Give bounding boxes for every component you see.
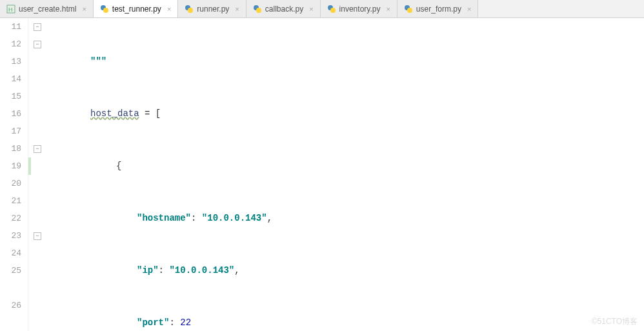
watermark: ©51CTO博客 — [592, 316, 638, 327]
html-file-icon: H — [6, 5, 15, 14]
line-number: 17 — [0, 123, 21, 140]
python-file-icon — [253, 5, 262, 14]
tab-runner-py[interactable]: runner.py × — [178, 0, 246, 17]
fold-collapse-icon[interactable]: − — [34, 232, 41, 240]
tab-label: user_form.py — [416, 5, 461, 14]
tab-label: user_create.html — [19, 5, 76, 14]
code-text: "ip" — [137, 265, 159, 276]
tab-callback-py[interactable]: callback.py × — [247, 0, 321, 17]
line-number: 11 — [0, 18, 21, 35]
tab-inventory-py[interactable]: inventory.py × — [321, 0, 397, 17]
python-file-icon — [327, 5, 336, 14]
close-icon[interactable]: × — [82, 5, 86, 13]
svg-point-7 — [256, 8, 261, 13]
tab-label: callback.py — [265, 5, 303, 14]
close-icon[interactable]: × — [167, 5, 171, 13]
code-text: "10.0.0.143" — [202, 213, 267, 223]
code-text: , — [234, 265, 239, 276]
change-marker — [28, 157, 31, 175]
line-number: 20 — [0, 175, 21, 192]
code-text: 22 — [180, 317, 191, 328]
code-area[interactable]: """ host_data = [ { "hostname": "10.0.0.… — [44, 18, 644, 331]
line-number: 13 — [0, 53, 21, 70]
code-editor[interactable]: 11 12 13 14 15 16 17 18 19 20 21 22 23 2… — [0, 18, 644, 331]
line-number-gutter: 11 12 13 14 15 16 17 18 19 20 21 22 23 2… — [0, 18, 28, 331]
line-number: 12 — [0, 35, 21, 53]
python-file-icon — [185, 5, 194, 14]
line-number — [0, 279, 21, 297]
code-text: "port" — [137, 317, 169, 328]
tab-label: inventory.py — [339, 5, 381, 14]
line-number: 26 — [0, 297, 21, 314]
tab-user-form-py[interactable]: user_form.py × — [397, 0, 478, 17]
code-text: : — [191, 213, 202, 223]
close-icon[interactable]: × — [309, 5, 313, 13]
line-number: 23 — [0, 227, 21, 245]
python-file-icon — [100, 5, 109, 14]
code-text: = [ — [139, 108, 161, 119]
code-text: host_data — [90, 108, 139, 119]
close-icon[interactable]: × — [235, 5, 239, 13]
close-icon[interactable]: × — [386, 5, 390, 13]
line-number: 22 — [0, 210, 21, 227]
fold-column: − − − − — [32, 18, 44, 331]
code-text: """ — [90, 56, 106, 66]
svg-point-11 — [407, 8, 412, 13]
code-text: : — [169, 317, 180, 328]
line-number: 24 — [0, 245, 21, 262]
code-text: "10.0.0.143" — [169, 265, 234, 276]
line-number: 21 — [0, 192, 21, 210]
line-number: 15 — [0, 88, 21, 105]
editor-tabs: H user_create.html × test_runner.py × ru… — [0, 0, 644, 18]
close-icon[interactable]: × — [467, 5, 471, 13]
fold-collapse-icon[interactable]: − — [34, 41, 41, 48]
code-text: , — [267, 213, 272, 223]
code-text: { — [116, 161, 121, 171]
code-text: : — [159, 265, 170, 276]
tab-label: runner.py — [197, 5, 229, 14]
python-file-icon — [404, 5, 413, 14]
svg-point-5 — [188, 8, 193, 13]
fold-collapse-icon[interactable]: − — [34, 23, 41, 31]
line-number: 18 — [0, 140, 21, 157]
line-number: 19 — [0, 157, 21, 175]
svg-point-3 — [103, 8, 108, 13]
code-text: "hostname" — [137, 213, 191, 223]
tab-label: test_runner.py — [112, 5, 161, 14]
line-number: 14 — [0, 70, 21, 88]
tab-user-create-html[interactable]: H user_create.html × — [0, 0, 94, 17]
line-number: 16 — [0, 105, 21, 123]
svg-text:H: H — [8, 6, 13, 13]
line-number: 25 — [0, 262, 21, 279]
svg-point-9 — [330, 8, 336, 13]
fold-collapse-icon[interactable]: − — [34, 145, 41, 153]
tab-test-runner-py[interactable]: test_runner.py × — [94, 0, 179, 17]
